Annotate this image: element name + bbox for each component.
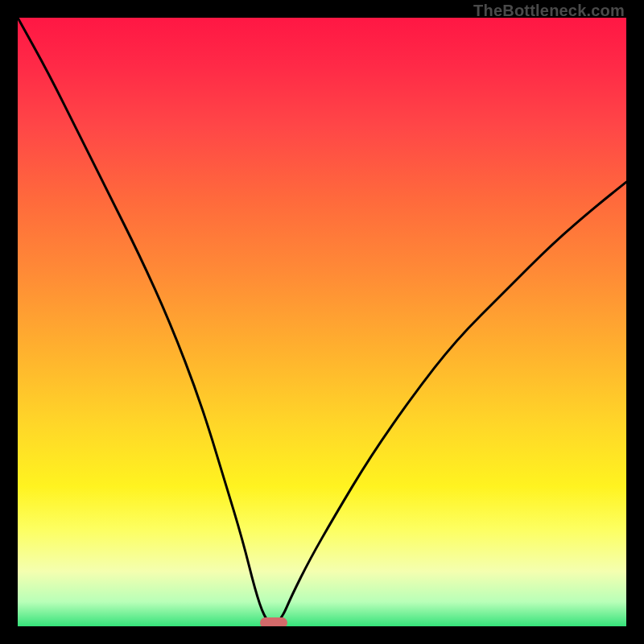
bottleneck-curve	[18, 18, 626, 626]
optimum-marker	[260, 617, 287, 626]
chart-frame: TheBottleneck.com	[0, 0, 644, 644]
plot-area	[18, 18, 626, 626]
curve-path	[18, 18, 626, 624]
